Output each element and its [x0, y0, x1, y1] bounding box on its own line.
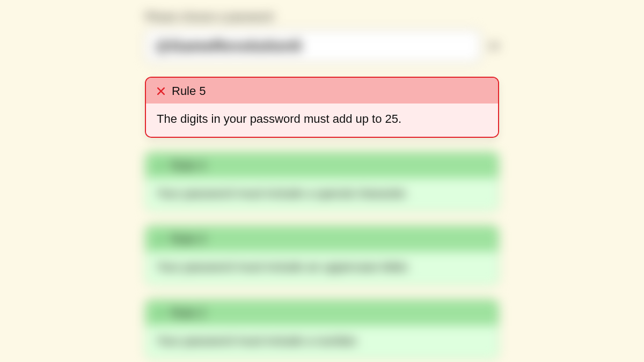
rule-text: Your password must include an uppercase … — [145, 252, 499, 285]
rule-text: Your password must include a special cha… — [145, 178, 499, 211]
prompt-label: Please choose a password — [145, 11, 499, 23]
rule-card-passed: Rule 3 Your password must include an upp… — [145, 225, 499, 285]
check-icon — [155, 308, 166, 319]
password-input[interactable]: @GameRevolution5 — [145, 29, 481, 63]
rule-card-failed: Rule 5 The digits in your password must … — [145, 77, 499, 138]
check-icon — [155, 234, 166, 245]
rule-text: Your password must include a number. — [145, 326, 499, 359]
rule-card-passed: Rule 4 Your password must include a spec… — [145, 152, 499, 212]
character-count: 16 — [488, 41, 499, 52]
rule-label: Rule 5 — [172, 84, 206, 98]
check-icon — [155, 160, 166, 171]
rule-text: The digits in your password must add up … — [146, 104, 498, 137]
x-icon — [156, 86, 166, 97]
rule-label: Rule 3 — [171, 232, 206, 246]
rule-card-passed: Rule 2 Your password must include a numb… — [145, 299, 499, 359]
rule-label: Rule 4 — [171, 159, 206, 173]
rule-label: Rule 2 — [171, 306, 206, 320]
